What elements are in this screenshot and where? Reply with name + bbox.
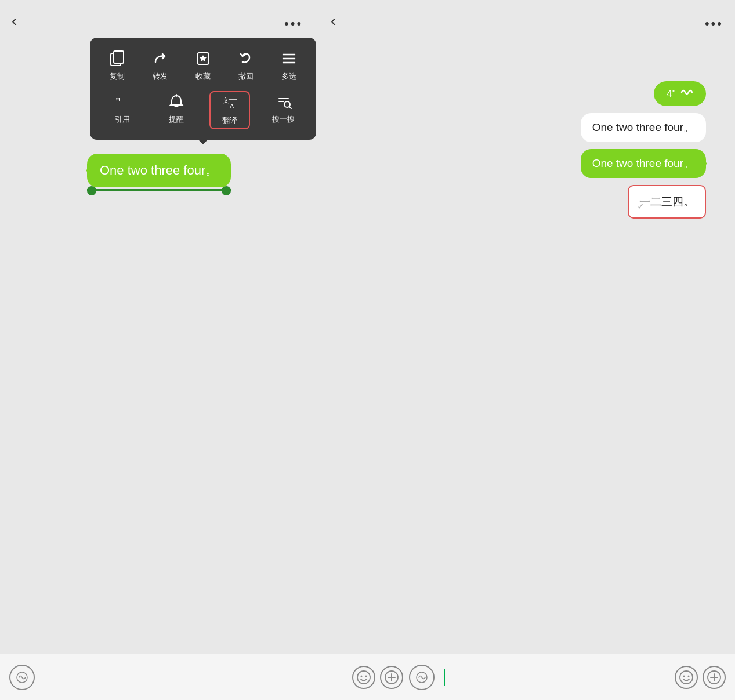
svg-rect-1 [114,51,124,63]
forward-label: 转发 [153,71,168,82]
left-message-text: One two three four。 [100,163,218,177]
sent-message-bubble[interactable]: One two three four。 [581,149,706,178]
menu-item-multiselect[interactable]: 多选 [269,48,309,84]
menu-item-forward[interactable]: 转发 [140,48,180,84]
add-button-right[interactable] [703,666,726,689]
more-options-left[interactable]: ••• [284,16,303,31]
svg-text:文: 文 [223,97,229,104]
translate-icon: 文 A [222,95,238,113]
svg-text:A: A [230,103,234,110]
voice-button-right[interactable] [409,665,435,690]
left-chat-area: One two three four。 [87,154,231,187]
menu-item-quote[interactable]: " 引用 [102,91,143,129]
translation-text: 一二三四。 [639,195,694,208]
menu-item-search[interactable]: 搜一搜 [263,91,304,129]
bottom-right-section [409,665,726,690]
selection-handle-right [222,186,231,195]
multiselect-label: 多选 [281,71,296,82]
svg-point-25 [680,671,693,684]
copy-label: 复制 [110,71,125,82]
translate-label: 翻译 [222,115,237,126]
back-button-right[interactable]: ‹ [331,12,336,30]
multiselect-icon [281,50,297,69]
remind-label: 提醒 [169,114,184,125]
translation-check-icon: ✓ [637,201,645,212]
voice-waveform-icon [680,87,693,100]
emoji-button-right[interactable] [675,666,698,689]
text-input-area[interactable] [435,669,675,686]
forward-icon [152,50,168,69]
translation-result-box: 一二三四。 ✓ [628,185,706,219]
add-button-left[interactable] [380,666,403,689]
right-chat-area: 4" One two three four。 One two three fou… [581,81,706,219]
undo-label: 撤回 [238,71,254,82]
context-menu: 复制 转发 收藏 [90,38,316,140]
back-button-left[interactable]: ‹ [12,12,17,30]
more-options-right[interactable]: ••• [705,16,723,31]
menu-item-translate[interactable]: 文 A 翻译 [209,91,250,129]
received-message-text: One two three four。 [592,121,694,133]
remind-icon [168,93,184,112]
svg-point-27 [688,675,690,677]
text-cursor [444,669,445,686]
bottom-toolbar [0,654,735,700]
selection-handle-left [87,186,96,195]
sent-message-text: One two three four。 [592,157,694,169]
menu-item-favorite[interactable]: 收藏 [183,48,223,84]
menu-item-undo[interactable]: 撤回 [226,48,266,84]
quote-icon: " [114,93,131,112]
voice-button-left[interactable] [9,665,35,690]
left-message-bubble[interactable]: One two three four。 [87,154,231,187]
svg-point-20 [365,675,367,677]
favorite-label: 收藏 [195,71,211,82]
undo-icon [238,50,254,69]
search-one-label: 搜一搜 [272,114,295,125]
svg-line-16 [289,107,291,108]
menu-row-2: " 引用 提醒 文 A [96,91,310,129]
svg-point-26 [683,675,685,677]
search-one-icon [276,93,292,112]
favorite-icon [195,50,211,69]
received-message-bubble[interactable]: One two three four。 [581,113,706,142]
voice-message-bubble[interactable]: 4" [654,81,706,106]
quote-label: 引用 [115,114,130,125]
voice-duration: 4" [667,88,676,100]
emoji-button-left[interactable] [352,666,375,689]
menu-row-1: 复制 转发 收藏 [96,48,310,84]
menu-item-remind[interactable]: 提醒 [156,91,197,129]
svg-point-19 [360,675,362,677]
svg-marker-3 [200,55,207,61]
svg-text:": " [115,95,121,109]
menu-item-copy[interactable]: 复制 [97,48,137,84]
svg-point-18 [357,671,370,684]
copy-icon [110,50,125,69]
